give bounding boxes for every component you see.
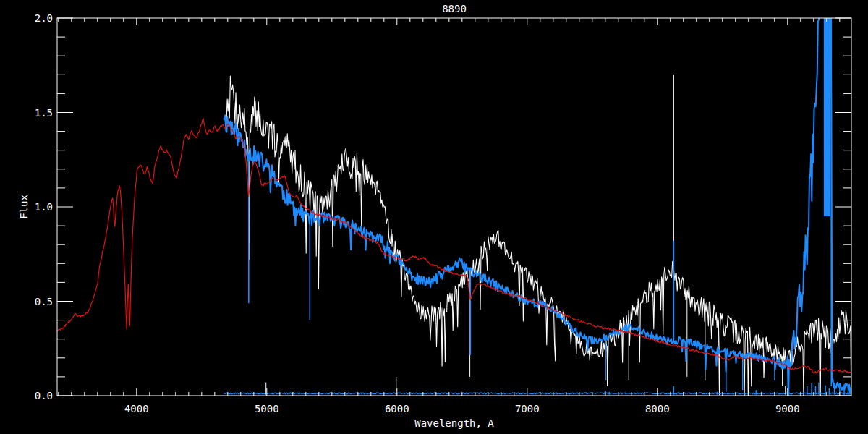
- x-tick-label: 5000: [255, 403, 279, 414]
- y-tick-label: 0.0: [35, 390, 53, 401]
- axes: 4000500060007000800090000.00.51.01.52.0: [35, 12, 851, 414]
- x-tick-label: 6000: [385, 403, 409, 414]
- x-tick-label: 4000: [124, 403, 149, 414]
- x-tick-label: 8000: [645, 403, 670, 414]
- chart-title: 8890: [442, 3, 467, 14]
- plot-window: 4000500060007000800090000.00.51.01.52.0 …: [0, 0, 868, 434]
- observed-spectrum-curve: [226, 76, 851, 433]
- y-tick-label: 0.5: [35, 296, 53, 307]
- template-spectrum-curve: [57, 119, 851, 373]
- y-tick-label: 2.0: [35, 12, 53, 24]
- x-tick-label: 7000: [515, 403, 540, 414]
- x-tick-label: 9000: [775, 403, 800, 414]
- y-axis-label: Flux: [18, 195, 30, 219]
- plot-frame: [57, 18, 851, 396]
- spectrum-chart: 4000500060007000800090000.00.51.01.52.0 …: [0, 0, 868, 434]
- y-tick-label: 1.0: [35, 201, 53, 213]
- curves-layer: [57, 0, 851, 433]
- y-tick-label: 1.5: [35, 107, 53, 119]
- x-axis-label: Wavelength, A: [414, 417, 494, 429]
